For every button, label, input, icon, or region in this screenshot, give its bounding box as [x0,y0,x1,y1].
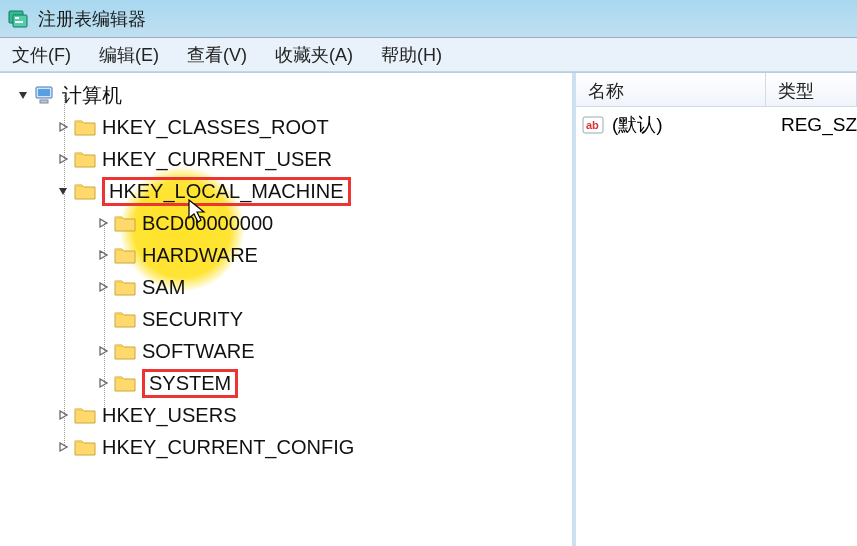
list-header: 名称 类型 [576,73,857,107]
tree-node-computer[interactable]: 计算机 [0,79,572,111]
tree-label-sam: SAM [142,276,185,299]
menu-bar: 文件(F) 编辑(E) 查看(V) 收藏夹(A) 帮助(H) [0,38,857,72]
menu-file[interactable]: 文件(F) [12,43,71,67]
tree-node-hkcr[interactable]: HKEY_CLASSES_ROOT [0,111,572,143]
registry-tree: 计算机 HKEY_CLASSES_ROOT [0,79,572,463]
value-name: (默认) [612,112,781,138]
expander-closed-icon[interactable] [56,440,70,454]
expander-open-icon[interactable] [56,184,70,198]
folder-icon [114,277,136,297]
folder-icon [74,117,96,137]
tree-label-security: SECURITY [142,308,243,331]
tree-node-hklm[interactable]: HKEY_LOCAL_MACHINE [0,175,572,207]
menu-favorites[interactable]: 收藏夹(A) [275,43,353,67]
tree-node-bcd[interactable]: BCD00000000 [0,207,572,239]
tree-node-hku[interactable]: HKEY_USERS [0,399,572,431]
tree-label-hkcr: HKEY_CLASSES_ROOT [102,116,329,139]
main-area: 计算机 HKEY_CLASSES_ROOT [0,72,857,546]
computer-icon [34,85,56,105]
tree-node-hardware[interactable]: HARDWARE [0,239,572,271]
expander-closed-icon[interactable] [56,408,70,422]
svg-rect-2 [15,17,19,19]
expander-closed-icon[interactable] [96,248,110,262]
tree-node-system[interactable]: SYSTEM [0,367,572,399]
folder-icon [114,245,136,265]
expander-closed-icon[interactable] [96,376,110,390]
expander-closed-icon[interactable] [56,152,70,166]
title-bar: 注册表编辑器 [0,0,857,38]
expander-closed-icon[interactable] [56,120,70,134]
tree-pane[interactable]: 计算机 HKEY_CLASSES_ROOT [0,73,576,546]
svg-rect-6 [40,100,48,103]
folder-icon [74,405,96,425]
menu-edit[interactable]: 编辑(E) [99,43,159,67]
tree-label-computer: 计算机 [62,82,122,109]
expander-closed-icon[interactable] [96,344,110,358]
value-type: REG_SZ [781,114,857,136]
folder-icon [74,149,96,169]
expander-closed-icon[interactable] [96,216,110,230]
menu-view[interactable]: 查看(V) [187,43,247,67]
svg-text:ab: ab [586,119,599,131]
tree-label-hku: HKEY_USERS [102,404,237,427]
tree-label-hkcu: HKEY_CURRENT_USER [102,148,332,171]
regedit-app-icon [6,7,30,31]
expander-open-icon[interactable] [16,88,30,102]
values-pane: 名称 类型 ab (默认) REG_SZ [576,73,857,546]
svg-rect-5 [38,89,50,96]
window-title: 注册表编辑器 [38,7,146,31]
folder-icon [114,309,136,329]
tree-node-software[interactable]: SOFTWARE [0,335,572,367]
string-value-icon: ab [582,114,604,136]
expander-closed-icon[interactable] [96,280,110,294]
tree-label-hklm: HKEY_LOCAL_MACHINE [102,177,351,206]
col-header-type[interactable]: 类型 [766,73,857,106]
tree-node-hkcu[interactable]: HKEY_CURRENT_USER [0,143,572,175]
menu-help[interactable]: 帮助(H) [381,43,442,67]
tree-label-bcd: BCD00000000 [142,212,273,235]
tree-label-hardware: HARDWARE [142,244,258,267]
folder-icon [74,437,96,457]
tree-label-software: SOFTWARE [142,340,255,363]
tree-label-hkcc: HKEY_CURRENT_CONFIG [102,436,354,459]
tree-node-sam[interactable]: SAM [0,271,572,303]
folder-icon [114,213,136,233]
svg-rect-3 [15,21,23,23]
folder-icon [114,373,136,393]
tree-node-hkcc[interactable]: HKEY_CURRENT_CONFIG [0,431,572,463]
tree-node-security[interactable]: SECURITY [0,303,572,335]
folder-icon [114,341,136,361]
col-header-name[interactable]: 名称 [576,73,766,106]
list-row[interactable]: ab (默认) REG_SZ [576,107,857,143]
folder-icon [74,181,96,201]
tree-label-system: SYSTEM [142,369,238,398]
